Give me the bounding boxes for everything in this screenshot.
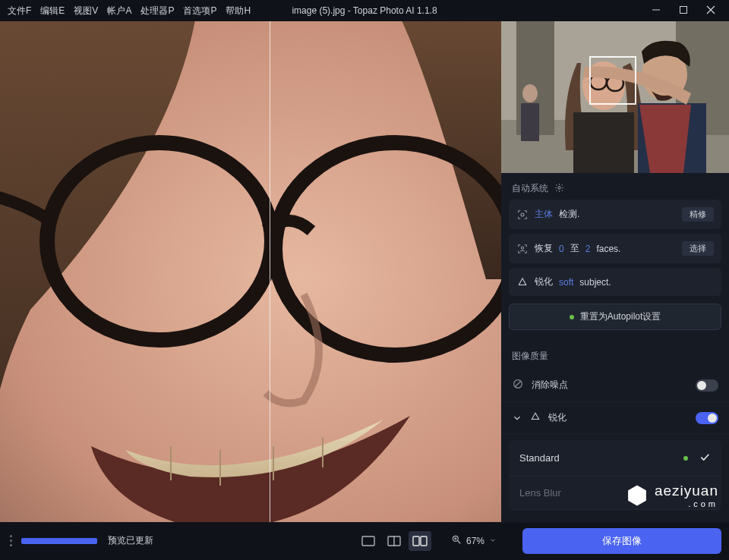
- svg-line-35: [458, 541, 461, 544]
- side-panel: 自动系统 主体 检测. 精修 恢复0 至2 faces. 选择 锐化 soft: [501, 21, 729, 522]
- svg-rect-1: [680, 6, 687, 13]
- close-icon[interactable]: [706, 5, 715, 17]
- preview-pane[interactable]: [0, 21, 501, 522]
- view-split-button[interactable]: [383, 531, 406, 551]
- more-icon[interactable]: [8, 535, 14, 546]
- zoom-control[interactable]: 67%: [443, 534, 504, 547]
- select-faces-button[interactable]: 选择: [682, 241, 714, 256]
- chevron-down-icon: [489, 536, 497, 546]
- model-standard[interactable]: Standard: [509, 440, 721, 477]
- compare-divider[interactable]: [270, 21, 270, 522]
- reset-autopilot-button[interactable]: 重置为Autopilot设置: [509, 304, 721, 330]
- view-mode-group: [357, 531, 431, 551]
- gear-icon[interactable]: [554, 183, 564, 195]
- view-sidebyside-button[interactable]: [409, 531, 431, 551]
- svg-line-28: [515, 381, 521, 387]
- subject-detect-row: 主体 检测. 精修: [509, 200, 721, 229]
- navigator-thumbnail[interactable]: [501, 21, 729, 173]
- sharpen-model-list: Standard Lens Blur: [509, 440, 721, 510]
- save-image-button[interactable]: 保存图像: [522, 528, 721, 554]
- svg-point-22: [522, 84, 538, 102]
- status-text: 预览已更新: [108, 534, 153, 547]
- zoom-value: 67%: [466, 536, 484, 546]
- view-single-button[interactable]: [357, 531, 380, 551]
- face-detection-box: [589, 56, 636, 105]
- bottom-bar: 预览已更新 67% 保存图像: [0, 522, 729, 558]
- chevron-down-icon: [512, 413, 522, 423]
- progress-bar: [21, 538, 97, 544]
- title-bar: 文件F 编辑E 视图V 帐户A 处理器P 首选项P 帮助H image (5).…: [0, 0, 729, 21]
- check-icon: [699, 451, 711, 465]
- sharpen-icon: [516, 276, 529, 288]
- svg-rect-19: [573, 112, 634, 173]
- svg-rect-23: [521, 103, 539, 141]
- denoise-toggle[interactable]: [696, 379, 718, 392]
- sharpen-toggle[interactable]: [696, 412, 718, 424]
- sharpen-triangle-icon: [530, 411, 541, 424]
- sharpen-option[interactable]: 锐化: [501, 402, 729, 434]
- svg-rect-32: [413, 536, 419, 546]
- sharpen-summary-row: 锐化 soft subject.: [509, 268, 721, 296]
- denoise-option[interactable]: 消除噪点: [501, 369, 729, 402]
- main-menu: 文件F 编辑E 视图V 帐户A 处理器P 首选项P 帮助H: [0, 5, 251, 17]
- face-icon: [516, 243, 529, 255]
- autopilot-header: 自动系统: [501, 173, 729, 200]
- denoise-icon: [512, 378, 524, 392]
- minimize-icon[interactable]: [652, 5, 661, 17]
- subject-icon: [516, 209, 529, 221]
- menu-file[interactable]: 文件F: [8, 5, 31, 17]
- svg-rect-33: [421, 536, 427, 546]
- image-quality-header: 图像质量: [501, 339, 729, 369]
- menu-help[interactable]: 帮助H: [226, 5, 251, 17]
- zoom-icon: [451, 534, 462, 547]
- menu-view[interactable]: 视图V: [74, 5, 98, 17]
- svg-point-24: [558, 186, 560, 188]
- menu-processor[interactable]: 处理器P: [140, 5, 174, 17]
- menu-edit[interactable]: 编辑E: [40, 5, 65, 17]
- status-dot-icon: [570, 315, 574, 319]
- active-dot-icon: [683, 456, 688, 461]
- window-controls: [652, 5, 729, 17]
- maximize-icon[interactable]: [679, 5, 688, 17]
- refine-button[interactable]: 精修: [682, 207, 714, 222]
- menu-account[interactable]: 帐户A: [107, 5, 131, 17]
- face-restore-row: 恢复0 至2 faces. 选择: [509, 234, 721, 263]
- model-lensblur[interactable]: Lens Blur: [509, 477, 721, 510]
- svg-point-26: [521, 247, 523, 249]
- menu-prefs[interactable]: 首选项P: [183, 5, 216, 17]
- svg-rect-29: [362, 536, 374, 546]
- svg-point-25: [521, 213, 524, 216]
